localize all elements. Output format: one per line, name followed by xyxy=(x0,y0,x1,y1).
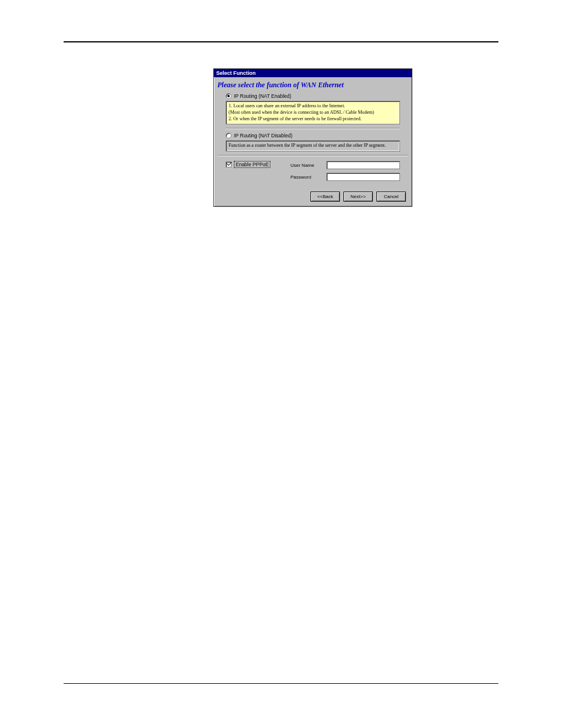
dialog-heading: Please select the function of WAN Ethern… xyxy=(214,77,412,91)
pppoe-fields: User Name Password xyxy=(290,161,400,185)
divider xyxy=(217,155,408,156)
page-bottom-rule xyxy=(64,683,498,684)
radio-icon xyxy=(226,133,232,139)
option-nat-enabled-section: IP Routing (NAT Enabled) 1. Local users … xyxy=(214,93,412,188)
radio-nat-disabled[interactable]: IP Routing (NAT Disabled) xyxy=(226,133,400,139)
pppoe-row: Enable PPPoE User Name Password xyxy=(226,161,400,185)
username-label: User Name xyxy=(290,163,323,168)
radio-icon xyxy=(226,93,232,99)
next-button[interactable]: Next>> xyxy=(343,192,373,202)
select-function-dialog: Select Function Please select the functi… xyxy=(213,68,412,207)
password-input[interactable] xyxy=(326,173,400,181)
page-top-rule xyxy=(64,41,498,42)
password-label: Password xyxy=(290,174,323,180)
enable-pppoe-checkbox[interactable]: Enable PPPoE xyxy=(226,161,285,168)
username-row: User Name xyxy=(290,161,400,169)
enable-pppoe-label: Enable PPPoE xyxy=(234,161,270,168)
desc-line: 1. Local users can share an external IP … xyxy=(229,103,397,110)
desc-nat-enabled: 1. Local users can share an external IP … xyxy=(226,101,400,124)
checkbox-icon xyxy=(226,162,232,167)
radio-nat-enabled-label: IP Routing (NAT Enabled) xyxy=(234,93,291,99)
dialog-title-bar: Select Function xyxy=(214,69,412,77)
username-input[interactable] xyxy=(326,161,400,169)
back-button[interactable]: <<Back xyxy=(310,192,340,202)
desc-line: (Most often used when the device is conn… xyxy=(229,110,397,116)
radio-nat-enabled[interactable]: IP Routing (NAT Enabled) xyxy=(226,93,400,99)
divider xyxy=(226,128,400,129)
radio-nat-disabled-label: IP Routing (NAT Disabled) xyxy=(234,133,292,139)
desc-line: 2. Or when the IP segment of the server … xyxy=(229,116,397,123)
desc-nat-disabled: Function as a router between the IP segm… xyxy=(226,140,400,151)
cancel-button[interactable]: Cancel xyxy=(376,192,406,202)
dialog-title: Select Function xyxy=(216,70,256,76)
password-row: Password xyxy=(290,173,400,181)
dialog-buttons: <<Back Next>> Cancel xyxy=(214,188,412,206)
